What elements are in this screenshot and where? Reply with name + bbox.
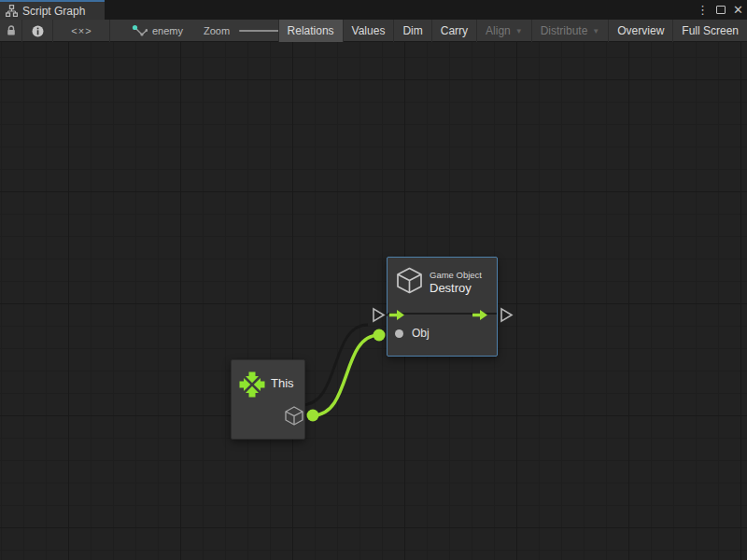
close-icon[interactable]: ✕	[733, 0, 743, 20]
graph-reference[interactable]: enemy	[124, 20, 190, 42]
title-bar: Script Graph ⋮ ✕	[0, 0, 747, 20]
graph-canvas[interactable]: Game Object Destroy Obj	[0, 42, 747, 560]
graph-name-label: enemy	[152, 25, 183, 36]
window-menu-icon[interactable]: ⋮	[697, 0, 709, 20]
tab-script-graph[interactable]: Script Graph	[0, 0, 105, 20]
info-button[interactable]	[23, 20, 53, 42]
values-button[interactable]: Values	[343, 20, 394, 42]
connection-endpoint[interactable]	[307, 410, 319, 422]
zoom-label: Zoom	[204, 25, 230, 36]
connection-shadow-layer	[0, 42, 747, 560]
control-output-triangle-port[interactable]	[501, 309, 512, 321]
value-connection[interactable]	[313, 335, 379, 415]
carry-button[interactable]: Carry	[431, 20, 476, 42]
lock-button[interactable]	[0, 20, 22, 42]
graph-toolbar: <×> enemy Zoom 1x Relations Values Dim C…	[0, 20, 747, 42]
tab-title: Script Graph	[22, 5, 85, 18]
game-object-cube-icon	[396, 267, 423, 298]
node-title: This	[271, 376, 294, 390]
node-destroy[interactable]: Game Object Destroy Obj	[387, 257, 498, 357]
relations-button[interactable]: Relations	[278, 20, 343, 42]
node-category: Game Object	[430, 270, 482, 280]
connection-endpoint[interactable]	[374, 329, 386, 342]
node-this[interactable]: This	[231, 359, 305, 440]
lock-icon	[6, 25, 17, 36]
control-input-triangle-port[interactable]	[374, 309, 384, 321]
obj-input-port[interactable]	[395, 329, 403, 338]
dim-button[interactable]: Dim	[393, 20, 430, 42]
distribute-dropdown[interactable]: Distribute ▼	[531, 20, 609, 42]
graph-hierarchy-icon	[6, 5, 18, 17]
toolbar-button-group: Relations Values Dim Carry Align ▼ Distr…	[278, 20, 747, 42]
align-dropdown[interactable]: Align ▼	[476, 20, 531, 42]
maximize-icon[interactable]	[716, 6, 726, 14]
control-input-arrow-icon[interactable]	[389, 308, 405, 325]
code-icon: <×>	[71, 25, 92, 36]
overview-button[interactable]: Overview	[608, 20, 672, 42]
info-icon	[32, 25, 44, 37]
graph-asset-icon	[132, 24, 148, 38]
code-view-button[interactable]: <×>	[54, 20, 110, 42]
node-title: Destroy	[430, 281, 472, 295]
chevron-down-icon: ▼	[515, 27, 523, 35]
obj-port-label: Obj	[412, 327, 430, 340]
self-output-port-cube-icon[interactable]	[285, 406, 303, 429]
chevron-down-icon: ▼	[592, 27, 599, 35]
fullscreen-button[interactable]: Full Screen	[672, 20, 747, 42]
connection-layer	[0, 42, 747, 560]
control-output-arrow-icon[interactable]	[472, 308, 488, 325]
this-compress-icon	[239, 371, 265, 401]
